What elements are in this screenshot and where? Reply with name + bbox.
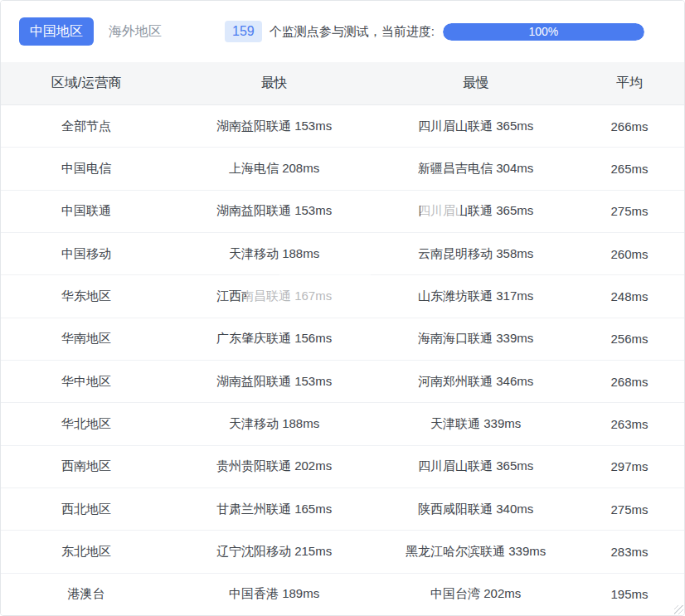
average-cell: 275ms [575, 502, 684, 517]
header-region: 区域/运营商 [1, 75, 172, 92]
average-cell: 260ms [575, 247, 684, 261]
header-fastest: 最快 [172, 75, 377, 92]
table-row: 华北地区天津移动 188ms天津联通 339ms263ms [1, 402, 684, 444]
average-cell: 297ms [575, 459, 684, 473]
average-cell: 195ms [575, 587, 684, 601]
table-row: 华东地区江西南昌联通 167ms山东潍坊联通 317ms248ms [1, 274, 684, 317]
results-table: 区域/运营商 最快 最慢 平均 全部节点湖南益阳联通 153ms四川眉山联通 3… [1, 62, 684, 615]
slowest-cell: 中国台湾 202ms [377, 586, 575, 602]
region-cell: 华中地区 [1, 374, 172, 390]
monitor-count-badge: 159 [225, 21, 262, 41]
average-cell: 248ms [575, 289, 684, 303]
average-cell: 268ms [575, 375, 684, 389]
status-label: 个监测点参与测试，当前进度: [270, 24, 435, 40]
region-cell: 华东地区 [1, 289, 172, 304]
slowest-cell: 四川眉山联通 365ms [377, 119, 575, 134]
fastest-cell: 上海电信 208ms [172, 161, 377, 177]
speed-test-panel: 中国地区 海外地区 159 个监测点参与测试，当前进度: 100% 区域/运营商… [0, 0, 685, 616]
region-cell: 中国移动 [1, 246, 172, 262]
progress-bar-fill: 100% [443, 23, 644, 41]
slowest-cell: 新疆昌吉电信 304ms [377, 161, 575, 177]
slowest-cell: 山东潍坊联通 317ms [377, 289, 575, 304]
region-cell: 东北地区 [1, 544, 172, 560]
region-cell: 华南地区 [1, 331, 172, 347]
table-body: 全部节点湖南益阳联通 153ms四川眉山联通 365ms266ms中国电信上海电… [1, 105, 684, 615]
region-cell: 中国联通 [1, 203, 172, 219]
progress-bar: 100% [443, 23, 644, 41]
slowest-cell: 黑龙江哈尔滨联通 339ms [377, 544, 575, 560]
average-cell: 256ms [575, 332, 684, 346]
fastest-cell: 甘肃兰州联通 165ms [172, 502, 377, 517]
table-row: 西南地区贵州贵阳联通 202ms四川眉山联通 365ms297ms [1, 445, 684, 487]
average-cell: 263ms [575, 417, 684, 431]
fastest-cell: 湖南益阳联通 153ms [172, 119, 377, 134]
slowest-cell: 云南昆明移动 358ms [377, 246, 575, 262]
region-cell: 港澳台 [1, 586, 172, 602]
region-cell: 全部节点 [1, 119, 172, 134]
topbar: 中国地区 海外地区 159 个监测点参与测试，当前进度: 100% [1, 1, 684, 62]
fastest-cell: 江西南昌联通 167ms [172, 289, 377, 304]
table-row: 中国移动天津移动 188ms云南昆明移动 358ms260ms [1, 232, 684, 274]
table-row: 东北地区辽宁沈阳移动 215ms黑龙江哈尔滨联通 339ms283ms [1, 530, 684, 572]
tab-china-region[interactable]: 中国地区 [19, 17, 94, 45]
table-row: 西北地区甘肃兰州联通 165ms陕西咸阳联通 340ms275ms [1, 487, 684, 530]
header-average: 平均 [575, 75, 684, 92]
fastest-cell: 天津移动 188ms [172, 416, 377, 432]
table-row: 全部节点湖南益阳联通 153ms四川眉山联通 365ms266ms [1, 105, 684, 147]
slowest-cell: 四川眉山联通 365ms [377, 458, 575, 474]
fastest-cell: 贵州贵阳联通 202ms [172, 458, 377, 474]
table-row: 港澳台中国香港 189ms中国台湾 202ms195ms [1, 573, 684, 615]
fastest-cell: 辽宁沈阳移动 215ms [172, 544, 377, 560]
region-cell: 华北地区 [1, 416, 172, 432]
fastest-cell: 中国香港 189ms [172, 586, 377, 602]
average-cell: 266ms [575, 119, 684, 133]
slowest-cell: 河南郑州联通 346ms [377, 374, 575, 390]
fastest-cell: 湖南益阳联通 153ms [172, 203, 377, 219]
table-row: 华中地区湖南益阳联通 153ms河南郑州联通 346ms268ms [1, 360, 684, 402]
slowest-cell: 四川眉山联通 365ms [377, 203, 575, 219]
table-row: 中国电信上海电信 208ms新疆昌吉电信 304ms265ms [1, 147, 684, 189]
table-row: 华南地区广东肇庆联通 156ms海南海口联通 339ms256ms [1, 318, 684, 360]
average-cell: 275ms [575, 204, 684, 218]
average-cell: 265ms [575, 162, 684, 176]
region-cell: 西南地区 [1, 458, 172, 474]
slowest-cell: 天津联通 339ms [377, 416, 575, 432]
region-cell: 中国电信 [1, 161, 172, 177]
slowest-cell: 陕西咸阳联通 340ms [377, 502, 575, 517]
progress-percent-label: 100% [528, 26, 558, 37]
region-cell: 西北地区 [1, 502, 172, 517]
header-slowest: 最慢 [377, 75, 575, 92]
table-row: 中国联通湖南益阳联通 153ms四川眉山联通 365ms275ms [1, 190, 684, 232]
average-cell: 283ms [575, 545, 684, 559]
tab-overseas-region[interactable]: 海外地区 [98, 17, 172, 45]
fastest-cell: 广东肇庆联通 156ms [172, 331, 377, 347]
fastest-cell: 天津移动 188ms [172, 246, 377, 262]
slowest-cell: 海南海口联通 339ms [377, 331, 575, 347]
fastest-cell: 湖南益阳联通 153ms [172, 374, 377, 390]
table-header-row: 区域/运营商 最快 最慢 平均 [1, 62, 684, 105]
resize-grip[interactable] [674, 605, 683, 614]
